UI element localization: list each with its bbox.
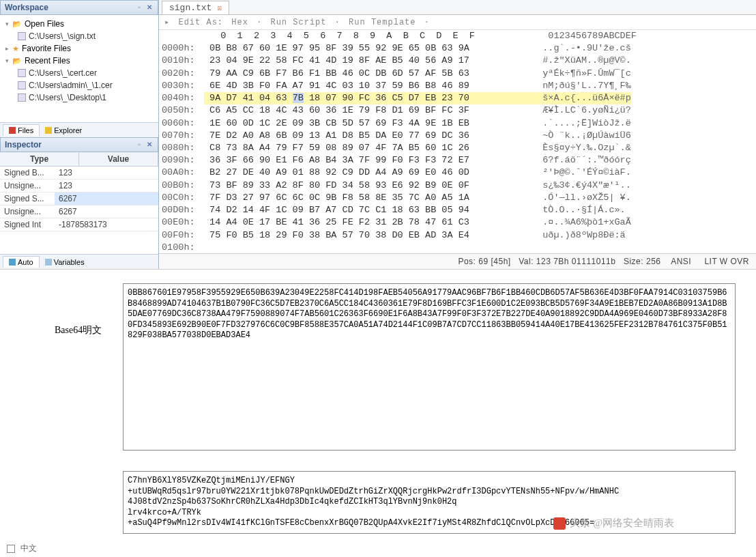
tab-files[interactable]: Files xyxy=(3,124,40,136)
inspector-title: Inspector xyxy=(5,140,42,149)
tab-explorer[interactable]: Explorer xyxy=(40,124,87,136)
file-icon xyxy=(18,94,26,102)
insp-value: 123 xyxy=(55,167,158,179)
hex-blob-box[interactable]: 0BB867601E97958F3955929E650B639A23049E22… xyxy=(123,283,736,451)
base64-label: Base64明文 xyxy=(55,283,123,451)
chevron-right-icon: ▸ xyxy=(5,45,12,52)
col-type: Type xyxy=(0,152,79,166)
workspace-title: Workspace xyxy=(5,3,48,12)
workspace-tree: ▾ 📂 Open Files C:\Users\_\sign.txt ▸ ★ F… xyxy=(0,15,158,122)
tab-variables[interactable]: Variables xyxy=(40,256,90,268)
tree-item[interactable]: C:\Users\_\Desktop\1 xyxy=(0,91,158,104)
status-bar: Pos: 69 [45h] Val: 123 7Bh 01111011b Siz… xyxy=(159,253,756,269)
edit-toolbar: ▸ Edit As: Hex · Run Script · Run Templa… xyxy=(159,15,756,30)
folder-label: Recent Files xyxy=(25,56,70,66)
hex-editor[interactable]: 0 1 2 3 4 5 6 7 8 9 A B C D E F 01234567… xyxy=(159,30,756,253)
col-value: Value xyxy=(79,152,158,166)
folder-icon: 📂 xyxy=(12,20,22,29)
watermark: 头条 @网络安全晴雨表 xyxy=(553,517,674,530)
recent-files-folder[interactable]: ▾ 📂 Recent Files xyxy=(0,55,158,67)
square-icon[interactable] xyxy=(7,545,15,553)
insp-value: 6267 xyxy=(55,192,158,205)
folder-label: Open Files xyxy=(25,19,64,29)
insp-type: Signed S... xyxy=(0,192,55,205)
insp-value: -1878583173 xyxy=(55,218,158,231)
file-icon xyxy=(18,32,26,40)
var-icon xyxy=(45,259,52,266)
insp-value: 6267 xyxy=(55,205,158,218)
inspector-panel-header[interactable]: Inspector ▫ ✕ xyxy=(0,137,158,152)
bottom-strip: 中文 xyxy=(0,540,44,557)
run-script[interactable]: Run Script xyxy=(270,18,326,27)
folder-icon: 📂 xyxy=(12,57,22,66)
x-icon xyxy=(9,127,16,134)
insp-type: Unsigne... xyxy=(0,180,55,192)
insp-type: Signed B... xyxy=(0,167,55,179)
close-icon[interactable]: ✕ xyxy=(145,141,154,149)
close-icon[interactable]: ✕ xyxy=(145,3,154,12)
file-tab-sign[interactable]: sign.txt ☒ xyxy=(162,1,229,14)
workspace-tabs: Files Explorer xyxy=(0,122,158,137)
pin-icon[interactable]: ▫ xyxy=(135,3,143,12)
file-icon xyxy=(18,69,26,77)
divider: · xyxy=(424,18,430,27)
workspace-panel-header[interactable]: Workspace ▫ ✕ xyxy=(0,0,158,15)
insp-type: Signed Int xyxy=(0,218,55,231)
tab-auto[interactable]: Auto xyxy=(3,256,40,268)
run-template[interactable]: Run Template xyxy=(349,18,416,27)
insp-value: 123 xyxy=(55,180,158,192)
divider: · xyxy=(335,18,340,27)
arrow-icon[interactable]: ▸ xyxy=(164,18,170,27)
folder-label: Favorite Files xyxy=(22,44,71,53)
favorite-files-folder[interactable]: ▸ ★ Favorite Files xyxy=(0,42,158,55)
inspector-tabs: Auto Variables xyxy=(0,254,158,269)
close-icon[interactable]: ☒ xyxy=(217,3,222,12)
logo-icon xyxy=(553,517,566,530)
open-files-folder[interactable]: ▾ 📂 Open Files xyxy=(0,18,158,30)
edit-as-hex[interactable]: Hex xyxy=(231,18,248,27)
pin-icon[interactable]: ▫ xyxy=(135,141,143,149)
file-tabs: sign.txt ☒ xyxy=(159,0,756,15)
divider: · xyxy=(257,18,262,27)
tree-item[interactable]: C:\Users\admin\_\1.cer xyxy=(0,79,158,91)
inspector-body: Type Value Signed B...123 Unsigne...123 … xyxy=(0,152,158,254)
tree-item[interactable]: C:\Users\_\cert.cer xyxy=(0,67,158,79)
insp-type: Unsigne... xyxy=(0,205,55,218)
folder-icon xyxy=(45,127,52,134)
chevron-down-icon: ▾ xyxy=(5,20,12,27)
grid-icon xyxy=(9,259,16,266)
tree-item[interactable]: C:\Users\_\sign.txt xyxy=(0,30,158,42)
chevron-down-icon: ▾ xyxy=(5,57,12,64)
file-icon xyxy=(18,81,26,89)
star-icon: ★ xyxy=(12,44,19,53)
